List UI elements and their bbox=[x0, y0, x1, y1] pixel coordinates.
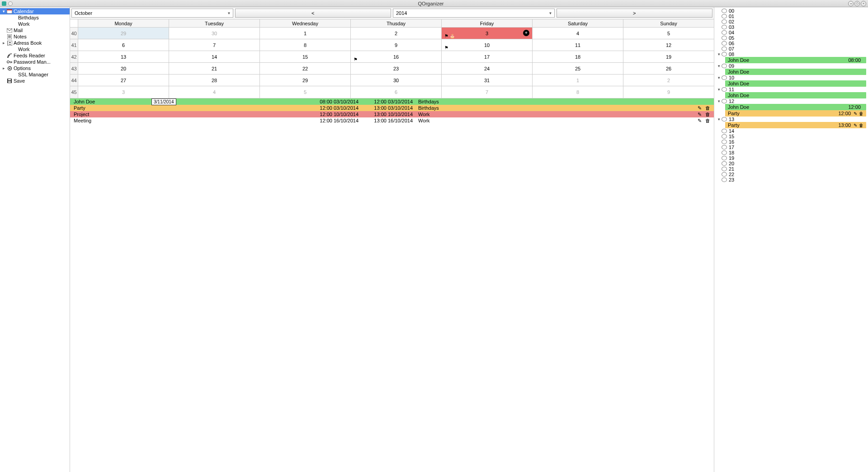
hour-radio-icon[interactable] bbox=[722, 117, 727, 122]
hour-radio-icon[interactable] bbox=[722, 30, 727, 35]
edit-icon[interactable]: ✎ bbox=[698, 112, 702, 117]
next-button[interactable]: > bbox=[557, 9, 713, 18]
calendar-cell[interactable]: 14 bbox=[169, 51, 260, 62]
timeline-hour[interactable]: 17 bbox=[716, 145, 866, 150]
sidebar-item-feeds-reader[interactable]: Feeds Reader bbox=[0, 52, 70, 59]
hour-radio-icon[interactable] bbox=[722, 140, 727, 144]
timeline-hour[interactable]: ▾08 bbox=[716, 51, 866, 57]
hour-radio-icon[interactable] bbox=[722, 150, 727, 155]
sidebar-subitem-ssl-manager[interactable]: SSL Manager bbox=[0, 71, 70, 78]
event-row[interactable]: Party12:00 03/10/201413:00 03/10/2014Bir… bbox=[70, 105, 714, 111]
hour-radio-icon[interactable] bbox=[722, 25, 727, 29]
edit-icon[interactable]: ✎ bbox=[854, 111, 857, 116]
calendar-cell[interactable]: 29 bbox=[78, 28, 169, 39]
timeline-event[interactable]: Party13:00✎🗑 bbox=[725, 122, 866, 128]
calendar-cell[interactable]: 21 bbox=[169, 63, 260, 74]
calendar-cell[interactable]: 30 bbox=[351, 75, 442, 86]
timeline-event[interactable]: John Doe12:00 bbox=[725, 104, 866, 110]
sidebar-subitem-birthdays[interactable]: Birthdays bbox=[0, 14, 70, 21]
timeline-event[interactable]: John Doe bbox=[725, 69, 866, 75]
expander-icon[interactable]: ▾ bbox=[716, 75, 722, 80]
hour-radio-icon[interactable] bbox=[722, 52, 727, 56]
timeline-hour[interactable]: 16 bbox=[716, 139, 866, 145]
calendar-cell[interactable]: 9 bbox=[351, 39, 442, 51]
hour-radio-icon[interactable] bbox=[722, 9, 727, 13]
timeline-hour[interactable]: ▾12 bbox=[716, 98, 866, 104]
datebox[interactable]: 3/11/2014 bbox=[151, 98, 176, 105]
calendar-cell[interactable]: 19 bbox=[623, 51, 714, 62]
calendar-cell[interactable]: 18 bbox=[533, 51, 623, 62]
calendar-cell[interactable]: 7 bbox=[442, 86, 533, 98]
hour-radio-icon[interactable] bbox=[722, 75, 727, 80]
titlebar-bubble[interactable] bbox=[8, 1, 13, 6]
calendar-cell[interactable]: 13 bbox=[78, 51, 169, 62]
timeline-hour[interactable]: ▾10 bbox=[716, 75, 866, 80]
calendar-cell[interactable]: 2 bbox=[351, 28, 442, 39]
timeline-hour[interactable]: 20 bbox=[716, 161, 866, 166]
event-row[interactable]: Meeting12:00 16/10/201413:00 16/10/2014W… bbox=[70, 117, 714, 124]
hour-radio-icon[interactable] bbox=[722, 36, 727, 40]
sidebar-item-mail[interactable]: Mail bbox=[0, 27, 70, 33]
hour-radio-icon[interactable] bbox=[722, 167, 727, 171]
hour-radio-icon[interactable] bbox=[722, 156, 727, 160]
timeline-event[interactable]: John Doe bbox=[725, 92, 866, 98]
timeline-event[interactable]: Party12:00✎🗑 bbox=[725, 110, 866, 117]
timeline-hour[interactable]: 21 bbox=[716, 166, 866, 172]
edit-icon[interactable]: ✎ bbox=[854, 123, 857, 128]
timeline-event[interactable]: John Doe08:00 bbox=[725, 57, 866, 63]
hour-radio-icon[interactable] bbox=[722, 19, 727, 24]
add-event-button[interactable]: + bbox=[523, 30, 529, 36]
calendar-cell[interactable]: 22 bbox=[260, 63, 351, 74]
timeline-hour[interactable]: 18 bbox=[716, 150, 866, 155]
calendar-cell[interactable]: 30 bbox=[169, 28, 260, 39]
timeline-hour[interactable]: 05 bbox=[716, 35, 866, 41]
hour-radio-icon[interactable] bbox=[722, 129, 727, 133]
calendar-cell[interactable]: 20 bbox=[78, 63, 169, 74]
hour-radio-icon[interactable] bbox=[722, 134, 727, 139]
timeline-hour[interactable]: 04 bbox=[716, 30, 866, 35]
sidebar-item-adress-book[interactable]: ▸Adress Book bbox=[0, 40, 70, 46]
expander-icon[interactable]: ▾ bbox=[716, 117, 722, 122]
hour-radio-icon[interactable] bbox=[722, 41, 727, 46]
timeline-hour[interactable]: 15 bbox=[716, 134, 866, 139]
maximize-button[interactable]: ◇ bbox=[854, 1, 860, 6]
calendar-cell[interactable]: 25 bbox=[533, 63, 623, 74]
calendar-cell[interactable]: 9 bbox=[623, 86, 714, 98]
hour-radio-icon[interactable] bbox=[722, 87, 727, 92]
calendar-cell[interactable]: 2 bbox=[623, 75, 714, 86]
minimize-button[interactable]: ‒ bbox=[848, 1, 854, 6]
calendar-cell[interactable]: 31 bbox=[442, 75, 533, 86]
calendar-cell[interactable]: 8 bbox=[260, 39, 351, 51]
calendar-cell[interactable]: 6 bbox=[78, 39, 169, 51]
timeline-hour[interactable]: ▾09 bbox=[716, 63, 866, 69]
timeline-hour[interactable]: 06 bbox=[716, 41, 866, 46]
expander-icon[interactable]: ▾ bbox=[716, 87, 722, 92]
expander-icon[interactable]: ▸ bbox=[1, 41, 6, 45]
hour-radio-icon[interactable] bbox=[722, 145, 727, 150]
sidebar-item-password-man-[interactable]: Password Man... bbox=[0, 59, 70, 65]
timeline-hour[interactable]: 02 bbox=[716, 19, 866, 24]
expander-icon[interactable]: ▸ bbox=[1, 66, 6, 70]
timeline-hour[interactable]: 19 bbox=[716, 155, 866, 161]
calendar-cell[interactable]: 1 bbox=[533, 75, 623, 86]
sidebar-item-save[interactable]: Save bbox=[0, 78, 70, 84]
timeline-event[interactable]: John Doe bbox=[725, 80, 866, 87]
year-select[interactable]: 2014 ▼ bbox=[393, 9, 555, 18]
calendar-cell[interactable]: 17 bbox=[442, 51, 533, 62]
calendar-cell[interactable]: 10⚑ bbox=[442, 39, 533, 51]
timeline-hour[interactable]: 01 bbox=[716, 14, 866, 19]
calendar-cell[interactable]: 3 bbox=[78, 86, 169, 98]
calendar-cell[interactable]: 28 bbox=[169, 75, 260, 86]
timeline-hour[interactable]: 00 bbox=[716, 8, 866, 14]
timeline-hour[interactable]: ▾13 bbox=[716, 117, 866, 122]
calendar-cell[interactable]: 16⚑ bbox=[351, 51, 442, 62]
delete-icon[interactable]: 🗑 bbox=[705, 118, 710, 124]
calendar-cell[interactable]: 5 bbox=[260, 86, 351, 98]
calendar-cell[interactable]: 15 bbox=[260, 51, 351, 62]
calendar-cell[interactable]: 24 bbox=[442, 63, 533, 74]
sidebar-item-calendar[interactable]: ▾Calendar bbox=[0, 8, 70, 14]
sidebar-item-notes[interactable]: Notes bbox=[0, 33, 70, 40]
delete-icon[interactable]: 🗑 bbox=[705, 112, 710, 117]
calendar-cell[interactable]: 4 bbox=[533, 28, 623, 39]
calendar-cell[interactable]: 3⚑🎂+ bbox=[442, 28, 533, 39]
